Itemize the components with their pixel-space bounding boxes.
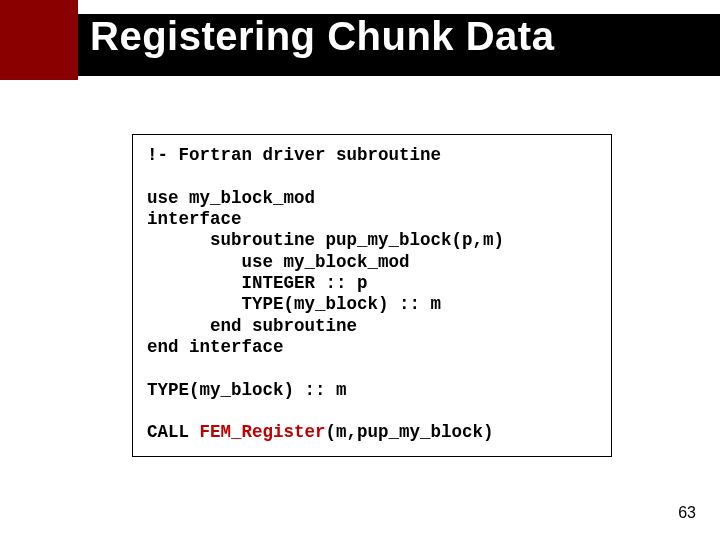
code-line-4: subroutine pup_my_block(p,m) bbox=[147, 230, 504, 250]
code-line-10: TYPE(my_block) :: m bbox=[147, 380, 347, 400]
code-box: !- Fortran driver subroutine use my_bloc… bbox=[132, 134, 612, 457]
page-number: 63 bbox=[678, 504, 696, 522]
code-line-8: end subroutine bbox=[147, 316, 357, 336]
code-line-7: TYPE(my_block) :: m bbox=[147, 294, 441, 314]
code-line-1: !- Fortran driver subroutine bbox=[147, 145, 441, 165]
slide: Registering Chunk Data !- Fortran driver… bbox=[0, 0, 720, 540]
code-call-pre: CALL bbox=[147, 422, 200, 442]
code-call-post: (m,pup_my_block) bbox=[326, 422, 494, 442]
code-line-5: use my_block_mod bbox=[147, 252, 410, 272]
code-call-fn: FEM_Register bbox=[200, 422, 326, 442]
code-block: !- Fortran driver subroutine use my_bloc… bbox=[147, 145, 597, 444]
accent-block bbox=[0, 0, 78, 80]
code-line-6: INTEGER :: p bbox=[147, 273, 368, 293]
slide-title: Registering Chunk Data bbox=[90, 14, 554, 59]
code-line-9: end interface bbox=[147, 337, 284, 357]
code-line-2: use my_block_mod bbox=[147, 188, 315, 208]
code-line-3: interface bbox=[147, 209, 242, 229]
